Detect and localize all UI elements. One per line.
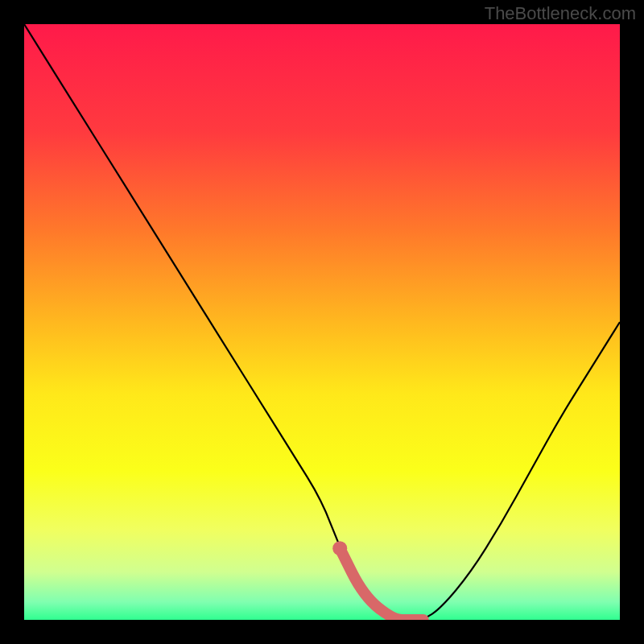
bottleneck-curve bbox=[24, 24, 620, 620]
curve-layer bbox=[24, 24, 620, 620]
highlight-dot bbox=[332, 541, 347, 555]
watermark-text: TheBottleneck.com bbox=[485, 3, 636, 24]
highlight-segment bbox=[340, 548, 423, 620]
chart-plot-area bbox=[24, 24, 620, 620]
